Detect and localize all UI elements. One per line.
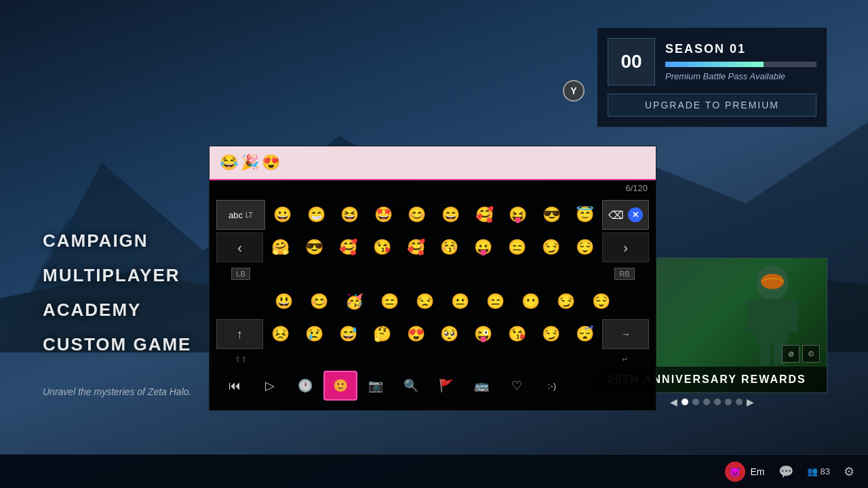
emoji-1-9[interactable]: 😌 (568, 232, 601, 262)
prev-page-button[interactable]: ‹ (216, 232, 263, 262)
category-flag[interactable]: 🚩 (429, 371, 463, 401)
svg-rect-4 (757, 299, 789, 344)
emoji-3-7[interactable]: 😘 (501, 319, 534, 349)
emoji-0-0[interactable]: 😀 (267, 200, 299, 230)
emoji-1-6[interactable]: 😛 (467, 232, 500, 262)
emoji-0-7[interactable]: 😝 (502, 200, 534, 230)
emoji-0-4[interactable]: 😊 (401, 200, 433, 230)
emoji-1-3[interactable]: 😘 (366, 232, 398, 262)
carousel-dot-2[interactable] (703, 399, 710, 405)
emoji-0-1[interactable]: 😁 (300, 200, 333, 230)
emoji-3-0[interactable]: 😣 (264, 319, 297, 349)
carousel-dot-4[interactable] (725, 399, 732, 405)
emoji-1-2[interactable]: 🥰 (332, 232, 365, 262)
card-icons: ⊘ © (782, 345, 820, 363)
enter-icon: ↵ (622, 355, 628, 364)
emoji-2-2[interactable]: 🥳 (337, 287, 371, 317)
username: Em (751, 466, 765, 477)
category-clock[interactable]: 🕐 (288, 371, 322, 401)
lb-rb-row: LB RB (216, 264, 649, 284)
shift-sub-right: ↵ (600, 350, 649, 368)
emoji-3-9[interactable]: 😴 (568, 319, 601, 349)
emoji-0-8[interactable]: 😎 (535, 200, 568, 230)
emoji-3-5[interactable]: 🥺 (433, 319, 466, 349)
category-text-smiley[interactable]: :-) (535, 371, 569, 401)
category-recent[interactable]: ⏮ (218, 371, 252, 401)
nav-item-custom-game[interactable]: CUSTOM GAME (43, 334, 191, 355)
emoji-1-5[interactable]: 😚 (433, 232, 466, 262)
emoji-1-0[interactable]: 🤗 (264, 232, 297, 262)
emoji-grid: abc LT 😀 😁 😆 🤩 😊 😄 🥰 😝 😎 😇 ⌫ ✕ ‹ 🤗 😎 🥰 (210, 193, 656, 410)
emoji-1-1[interactable]: 😎 (298, 232, 331, 262)
next-page-button[interactable]: › (602, 232, 649, 262)
delete-button[interactable]: ⌫ ✕ (602, 200, 649, 230)
emoji-2-9[interactable]: 😌 (584, 287, 618, 317)
emoji-2-4[interactable]: 😒 (408, 287, 441, 317)
emoji-3-1[interactable]: 😢 (298, 319, 331, 349)
card-icon-1[interactable]: ⊘ (782, 345, 800, 363)
emoji-0-9[interactable]: 😇 (569, 200, 601, 230)
shift-icon: ⇧⇧ (235, 355, 247, 364)
card-icon-2[interactable]: © (802, 345, 820, 363)
emoji-3-3[interactable]: 🤔 (366, 319, 398, 349)
carousel-dot-5[interactable] (736, 399, 743, 405)
category-play[interactable]: ▷ (253, 371, 287, 401)
emoji-3-2[interactable]: 😅 (332, 319, 365, 349)
season-progress-fill (665, 62, 764, 67)
emoji-0-5[interactable]: 😄 (435, 200, 467, 230)
carousel-prev[interactable]: ◀ (670, 396, 677, 407)
lb-label: LB (231, 268, 250, 280)
friend-count[interactable]: 👥 83 (807, 466, 830, 476)
svg-rect-6 (787, 300, 798, 332)
emoji-0-6[interactable]: 🥰 (468, 200, 500, 230)
emoji-text-input[interactable]: 😂🎉😍 (210, 146, 656, 180)
category-smiley[interactable]: 🙂 (323, 371, 357, 401)
nav-item-academy[interactable]: ACADEMY (43, 300, 191, 321)
abc-button[interactable]: abc LT (216, 200, 265, 230)
nav-description: Unravel the mysteries of Zeta Halo. (43, 386, 191, 397)
emoji-3-4[interactable]: 😍 (399, 319, 432, 349)
season-panel: 00 SEASON 01 Premium Battle Pass Availab… (597, 27, 827, 127)
bottom-bar: 😈 Em 💬 👥 83 ⚙ (0, 454, 868, 488)
carousel-next[interactable]: ▶ (747, 396, 754, 407)
carousel-dot-1[interactable] (692, 399, 699, 405)
left-navigation: CAMPAIGN MULTIPLAYER ACADEMY CUSTOM GAME (43, 230, 191, 369)
nav-item-multiplayer[interactable]: MULTIPLAYER (43, 265, 191, 286)
nav-item-campaign[interactable]: CAMPAIGN (43, 230, 191, 251)
season-progress-bar (665, 62, 816, 67)
emoji-2-0[interactable]: 😃 (267, 287, 300, 317)
emoji-2-3[interactable]: 😑 (372, 287, 406, 317)
enter-button[interactable]: → (602, 319, 649, 349)
emoji-2-1[interactable]: 😊 (302, 287, 336, 317)
emoji-0-2[interactable]: 😆 (334, 200, 366, 230)
settings-icon[interactable]: ⚙ (844, 464, 854, 479)
chat-icon[interactable]: 💬 (778, 464, 793, 479)
category-vehicle[interactable]: 🚌 (465, 371, 498, 401)
user-avatar: 😈 (725, 462, 745, 482)
emoji-row-4: ↑ 😣 😢 😅 🤔 😍 🥺 😜 😘 😏 😴 → (216, 319, 649, 349)
emoji-1-8[interactable]: 😏 (534, 232, 567, 262)
category-heart[interactable]: ♡ (500, 371, 534, 401)
y-button[interactable]: Y (563, 80, 585, 102)
emoji-2-8[interactable]: 😏 (549, 287, 583, 317)
emoji-1-4[interactable]: 🥰 (399, 232, 432, 262)
char-count: 6/120 (210, 180, 656, 193)
carousel-dot-0[interactable] (682, 399, 688, 405)
emoji-row-3: 😃 😊 🥳 😑 😒 😐 😑 😶 😏 😌 (216, 287, 649, 317)
emoji-2-6[interactable]: 😑 (478, 287, 512, 317)
upgrade-button[interactable]: UPGRADE TO PREMIUM (608, 94, 816, 117)
abc-icon: LT (245, 211, 253, 219)
emoji-2-5[interactable]: 😐 (443, 287, 477, 317)
friend-icon: 👥 (807, 466, 818, 476)
shift-button[interactable]: ↑ (216, 319, 263, 349)
emoji-0-3[interactable]: 🤩 (368, 200, 400, 230)
emoji-3-8[interactable]: 😏 (534, 319, 567, 349)
emoji-3-6[interactable]: 😜 (467, 319, 500, 349)
category-camera[interactable]: 📷 (359, 371, 393, 401)
emoji-1-7[interactable]: 😑 (501, 232, 534, 262)
emoji-2-7[interactable]: 😶 (513, 287, 547, 317)
category-search[interactable]: 🔍 (394, 371, 428, 401)
rb-icon-container: RB (600, 264, 649, 284)
carousel-dot-3[interactable] (714, 399, 721, 405)
emoji-keyboard: 😂🎉😍 6/120 abc LT 😀 😁 😆 🤩 😊 😄 🥰 😝 😎 😇 ⌫ ✕ (209, 146, 656, 411)
